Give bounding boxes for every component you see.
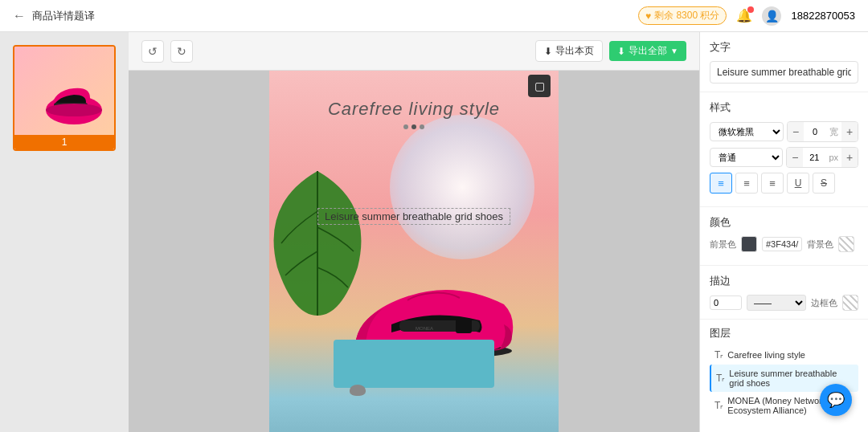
canvas-container: MONEA Carefree living style bbox=[269, 71, 559, 432]
layer-item-1[interactable]: Tᵣ Carefree living style bbox=[710, 345, 858, 365]
align-center-btn[interactable]: ≡ bbox=[735, 173, 758, 194]
thumbnail-shoe-svg bbox=[30, 66, 102, 130]
stroke-section-title: 描边 bbox=[710, 274, 858, 288]
canvas-image: MONEA Carefree living style bbox=[269, 71, 559, 432]
svg-text:MONEA: MONEA bbox=[416, 326, 433, 331]
width-increase-btn[interactable]: + bbox=[841, 122, 858, 141]
strikethrough-btn[interactable]: S bbox=[813, 173, 835, 194]
width-value: 0 bbox=[804, 127, 826, 137]
editor-canvas-area[interactable]: MONEA Carefree living style bbox=[129, 71, 699, 432]
stroke-value-input[interactable] bbox=[710, 295, 742, 310]
align-row: ≡ ≡ ≡ U S bbox=[710, 173, 858, 194]
left-panel: 1 bbox=[0, 32, 129, 432]
layer-section-title: 图层 bbox=[710, 326, 858, 340]
style-section: 样式 微软雅黑 − 0 宽 + 普通 − 21 bbox=[700, 92, 868, 207]
notification-icon[interactable]: 🔔 bbox=[736, 8, 752, 23]
user-phone: 18822870053 bbox=[791, 10, 855, 22]
foreground-value: #3F434/ bbox=[762, 237, 802, 251]
layer-text-1: Carefree living style bbox=[727, 350, 854, 360]
redo-button[interactable]: ↻ bbox=[170, 40, 193, 63]
color-row-1: 前景色 #3F434/ 背景色 bbox=[710, 236, 858, 252]
text-input-field[interactable] bbox=[710, 61, 858, 84]
layer-text-icon-1: Tᵣ bbox=[714, 349, 723, 361]
thumbnail-number: 1 bbox=[14, 135, 114, 149]
text-leisure[interactable]: Leisure summer breathable grid shoes bbox=[317, 208, 510, 225]
stroke-style-select[interactable]: —— - - bbox=[747, 295, 806, 311]
dot-3 bbox=[420, 124, 424, 129]
top-bar-right: ♥ 剩余 8300 积分 🔔 👤 18822870053 bbox=[638, 6, 855, 26]
size-unit: px bbox=[825, 153, 841, 162]
center-editor: ↺ ↻ ⬇ 导出本页 ⬇ 导出全部 ▼ bbox=[129, 32, 699, 432]
style-section-title: 样式 bbox=[710, 100, 858, 115]
text-underline-dots bbox=[403, 124, 424, 129]
export-page-button[interactable]: ⬇ 导出本页 bbox=[535, 40, 603, 62]
stroke-row: —— - - 边框色 bbox=[710, 295, 858, 311]
stroke-color-label: 边框色 bbox=[811, 297, 837, 309]
underline-btn[interactable]: U bbox=[787, 173, 809, 194]
color-section-title: 颜色 bbox=[710, 215, 858, 230]
thumbnail-item-1[interactable]: 1 bbox=[13, 45, 116, 151]
svg-point-2 bbox=[46, 104, 102, 116]
editor-toolbar: ↺ ↻ ⬇ 导出本页 ⬇ 导出全部 ▼ bbox=[129, 32, 699, 71]
corner-icon[interactable]: ▢ bbox=[528, 75, 551, 97]
size-value: 21 bbox=[803, 153, 825, 162]
width-control: − 0 宽 + bbox=[787, 121, 858, 142]
background-label: 背景色 bbox=[807, 238, 833, 251]
thumbnail-canvas bbox=[14, 47, 116, 149]
page-title: 商品详情题译 bbox=[32, 9, 95, 23]
layer-text-icon-3: Tᵣ bbox=[714, 400, 723, 411]
width-unit: 宽 bbox=[826, 126, 841, 138]
undo-button[interactable]: ↺ bbox=[141, 40, 164, 63]
size-increase-btn[interactable]: + bbox=[841, 148, 858, 167]
align-left-btn[interactable]: ≡ bbox=[710, 173, 732, 194]
bg-circle bbox=[390, 115, 534, 259]
layer-text-icon-2: Tᵣ bbox=[716, 373, 724, 384]
svg-rect-5 bbox=[456, 319, 472, 333]
rock bbox=[350, 385, 366, 396]
align-right-btn[interactable]: ≡ bbox=[761, 173, 784, 194]
size-control: − 21 px + bbox=[786, 147, 858, 168]
top-bar: ← 商品详情题译 ♥ 剩余 8300 积分 🔔 👤 18822870053 bbox=[0, 0, 868, 32]
main-content: 1 ↺ ↻ ⬇ 导出本页 ⬇ 导出全部 ▼ bbox=[0, 32, 868, 432]
export-page-icon: ⬇ bbox=[544, 46, 552, 57]
size-decrease-btn[interactable]: − bbox=[787, 148, 803, 167]
style-row-1: 微软雅黑 − 0 宽 + bbox=[710, 121, 858, 142]
export-all-button[interactable]: ⬇ 导出全部 ▼ bbox=[609, 41, 686, 61]
export-all-label: 导出全部 bbox=[628, 44, 667, 58]
stroke-color-swatch[interactable] bbox=[842, 295, 858, 311]
toolbar-right: ⬇ 导出本页 ⬇ 导出全部 ▼ bbox=[535, 40, 686, 62]
chat-button[interactable]: 💬 bbox=[820, 384, 852, 416]
toolbar-left: ↺ ↻ bbox=[141, 40, 193, 63]
right-panel: 文字 样式 微软雅黑 − 0 宽 + 普通 bbox=[699, 32, 868, 432]
foreground-label: 前景色 bbox=[710, 238, 736, 251]
foreground-swatch[interactable] bbox=[741, 236, 757, 252]
dropdown-arrow-icon: ▼ bbox=[670, 47, 678, 55]
style-row-2: 普通 − 21 px + bbox=[710, 147, 858, 168]
back-icon[interactable]: ← bbox=[13, 9, 26, 23]
color-section: 颜色 前景色 #3F434/ 背景色 bbox=[700, 207, 868, 266]
points-label: 剩余 8300 积分 bbox=[654, 9, 719, 22]
font-family-select[interactable]: 微软雅黑 bbox=[710, 122, 784, 141]
text-section: 文字 bbox=[700, 32, 868, 92]
heart-icon: ♥ bbox=[645, 10, 651, 22]
background-swatch[interactable] bbox=[838, 236, 854, 252]
notif-dot bbox=[747, 6, 754, 13]
points-badge: ♥ 剩余 8300 积分 bbox=[638, 6, 727, 25]
width-decrease-btn[interactable]: − bbox=[788, 122, 804, 141]
dot-2 bbox=[411, 124, 416, 129]
avatar: 👤 bbox=[762, 6, 781, 26]
font-weight-select[interactable]: 普通 bbox=[710, 148, 783, 167]
stroke-section: 描边 —— - - 边框色 bbox=[700, 266, 868, 320]
export-page-label: 导出本页 bbox=[555, 44, 594, 58]
export-all-icon: ⬇ bbox=[617, 46, 625, 57]
text-section-title: 文字 bbox=[710, 40, 858, 55]
top-bar-left: ← 商品详情题译 bbox=[13, 9, 95, 23]
platform bbox=[334, 340, 494, 388]
text-carefree[interactable]: Carefree living style bbox=[328, 99, 500, 120]
dot-1 bbox=[403, 124, 408, 129]
